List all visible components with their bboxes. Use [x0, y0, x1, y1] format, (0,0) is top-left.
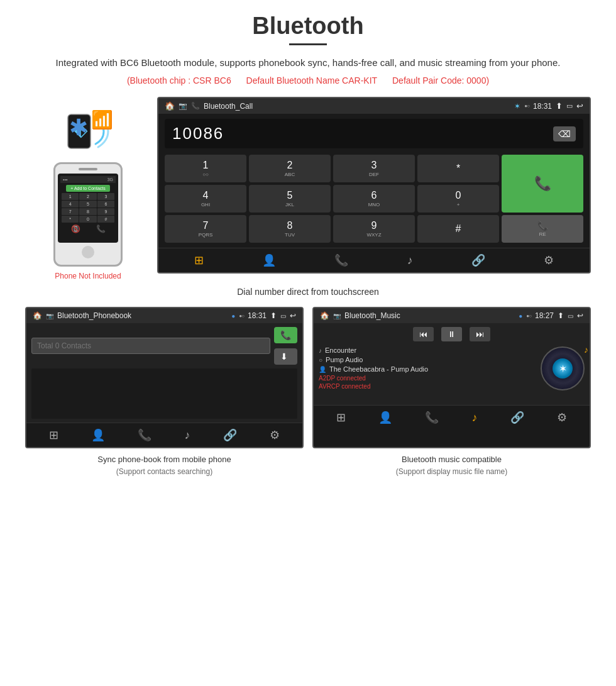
- music-nav-contacts[interactable]: 👤: [378, 411, 392, 424]
- music-car-screen: 🏠 📷 Bluetooth_Music ● ●○ 18:27 ⬆ ▭ ↩ ⏮ ⏸…: [312, 307, 591, 448]
- music-bt-dot: ●: [519, 313, 522, 319]
- dial-input-row: 10086 ⌫: [165, 119, 583, 148]
- bluetooth-icon-area: ✱ 📶 ⬖: [63, 109, 113, 153]
- music-nav-settings[interactable]: ⚙: [557, 411, 567, 424]
- music-caption: Bluetooth music compatible (Support disp…: [312, 453, 591, 477]
- backspace-button[interactable]: ⌫: [553, 126, 576, 141]
- pb-window-icon[interactable]: ▭: [280, 313, 286, 319]
- key-5[interactable]: 5 JKL: [249, 185, 331, 213]
- expand-icon[interactable]: ⬆: [556, 101, 563, 111]
- music-nav-dialpad[interactable]: ⊞: [336, 411, 346, 424]
- title-divider: [289, 43, 327, 45]
- music-window-icon[interactable]: ▭: [568, 313, 573, 319]
- pb-bt-dot: ●: [231, 313, 235, 319]
- disc-icon-1: ○: [319, 357, 322, 363]
- main-section: ✱ 📶 ⬖ ••• 3G + Add to Contacts: [25, 97, 591, 280]
- dial-time: 18:31: [533, 102, 552, 111]
- pb-search-row: 📞 ⬇: [31, 327, 297, 365]
- key-2[interactable]: 2 ABC: [249, 155, 331, 182]
- dial-bottom-nav: ⊞ 👤 📞 ♪ 🔗 ⚙: [158, 248, 590, 272]
- track-row-2: 👤 The Cheebacabra - Pump Audio: [319, 365, 536, 373]
- music-screen-body: ⏮ ⏸ ⏭ ♪ Encounter ○ Pump Audio: [314, 323, 590, 405]
- phone-not-included-label: Phone Not Included: [55, 272, 121, 280]
- back-icon[interactable]: ↩: [576, 101, 583, 111]
- music-nav-music[interactable]: ♪: [472, 411, 478, 424]
- call-button[interactable]: 📞: [502, 155, 583, 213]
- phone-screen: ••• 3G + Add to Contacts 123 456 789 *0#…: [58, 174, 118, 243]
- dialpad-grid: 1 ○○ 2 ABC 3 DEF * 📞 4 GHI: [158, 152, 590, 248]
- pb-signal: ●○: [239, 313, 244, 319]
- phone-add-contact[interactable]: + Add to Contacts: [66, 185, 110, 192]
- note-icon-0: ♪: [319, 347, 322, 354]
- phone-top-bar: ••• 3G: [60, 176, 116, 183]
- pb-nav-settings[interactable]: ⚙: [270, 428, 280, 442]
- redial-button[interactable]: 📞 RE: [502, 215, 583, 243]
- nav-dialpad[interactable]: ⊞: [194, 253, 204, 267]
- key-6[interactable]: 6 MNO: [333, 185, 415, 213]
- phone-carrier: •••: [63, 177, 67, 182]
- pb-home-icon[interactable]: 🏠: [33, 311, 42, 320]
- prev-track-button[interactable]: ⏮: [413, 327, 434, 341]
- pb-expand-icon[interactable]: ⬆: [270, 311, 277, 320]
- pb-nav-contacts[interactable]: 👤: [91, 428, 105, 442]
- pb-back-icon[interactable]: ↩: [290, 311, 296, 320]
- pb-nav-link[interactable]: 🔗: [223, 428, 237, 442]
- bt-chip: (Bluetooth chip : CSR BC6: [127, 75, 231, 86]
- pb-call-button[interactable]: 📞: [274, 327, 297, 343]
- music-nav-calls[interactable]: 📞: [425, 411, 439, 424]
- home-icon[interactable]: 🏠: [165, 101, 175, 111]
- pb-screen-body: 📞 ⬇: [26, 323, 302, 423]
- phone-speaker: [79, 168, 97, 170]
- phone-end-call[interactable]: 📵: [71, 224, 80, 233]
- nav-recent-calls[interactable]: 📞: [334, 253, 348, 267]
- play-pause-button[interactable]: ⏸: [441, 327, 462, 341]
- page-description: Integrated with BC6 Bluetooth module, su…: [25, 55, 591, 70]
- phone-home-button[interactable]: [82, 246, 94, 258]
- dial-topbar: 🏠 📷 📞 Bluetooth_Call ✶ ●○ 18:31 ⬆ ▭ ↩: [158, 98, 590, 114]
- pb-caption: Sync phone-book from mobile phone (Suppo…: [25, 453, 304, 477]
- dial-app-name: Bluetooth_Call: [204, 102, 510, 111]
- pb-nav-dialpad[interactable]: ⊞: [49, 428, 58, 442]
- key-7[interactable]: 7 PQRS: [165, 215, 246, 243]
- music-nav-link[interactable]: 🔗: [510, 411, 524, 424]
- phone-call[interactable]: 📞: [96, 224, 106, 233]
- music-home-icon[interactable]: 🏠: [320, 311, 329, 320]
- pb-app-name: Bluetooth_Phonebook: [57, 311, 228, 320]
- window-icon[interactable]: ▭: [566, 102, 573, 110]
- phone-time-mini: 3G: [107, 177, 113, 182]
- music-back-icon[interactable]: ↩: [577, 311, 583, 320]
- nav-music[interactable]: ♪: [407, 254, 413, 267]
- wifi-waves-icon: 📶: [91, 109, 113, 130]
- pb-nav-music[interactable]: ♪: [185, 429, 190, 442]
- nav-settings[interactable]: ⚙: [544, 253, 554, 267]
- music-note-decoration: ♪: [584, 345, 588, 355]
- pb-search-input[interactable]: [31, 338, 270, 354]
- phone-side: ✱ 📶 ⬖ ••• 3G + Add to Contacts: [25, 97, 151, 280]
- key-star[interactable]: *: [417, 155, 499, 182]
- music-avrcp-status: AVRCP connected: [319, 383, 536, 390]
- dial-number-display: 10086: [172, 124, 553, 143]
- bt-code: Default Pair Code: 0000): [392, 75, 489, 86]
- key-0[interactable]: 0 +: [417, 185, 499, 213]
- artist-icon-2: 👤: [319, 366, 326, 373]
- pb-screen-icon: 📷: [46, 313, 53, 319]
- music-a2dp-status: A2DP connected: [319, 375, 536, 382]
- music-topbar: 🏠 📷 Bluetooth_Music ● ●○ 18:27 ⬆ ▭ ↩: [314, 308, 590, 323]
- nav-link[interactable]: 🔗: [471, 253, 485, 267]
- key-4[interactable]: 4 GHI: [165, 185, 246, 213]
- music-app-name: Bluetooth_Music: [344, 311, 515, 320]
- key-9[interactable]: 9 WXYZ: [333, 215, 415, 243]
- nav-contacts[interactable]: 👤: [262, 253, 276, 267]
- key-1[interactable]: 1 ○○: [165, 155, 246, 182]
- music-expand-icon[interactable]: ⬆: [558, 311, 564, 320]
- pb-topbar: 🏠 📷 Bluetooth_Phonebook ● ●○ 18:31 ⬆ ▭ ↩: [26, 308, 302, 323]
- key-hash[interactable]: #: [417, 215, 499, 243]
- key-8[interactable]: 8 TUV: [249, 215, 331, 243]
- pb-download-button[interactable]: ⬇: [274, 348, 297, 365]
- pb-nav-calls[interactable]: 📞: [138, 428, 151, 442]
- key-3[interactable]: 3 DEF: [333, 155, 415, 182]
- music-text: ♪ Encounter ○ Pump Audio 👤 The Cheebacab…: [319, 346, 536, 401]
- vinyl-bt-center: ✶: [553, 358, 573, 379]
- next-track-button[interactable]: ⏭: [470, 327, 490, 341]
- bt-status-icon: ✶: [514, 102, 520, 111]
